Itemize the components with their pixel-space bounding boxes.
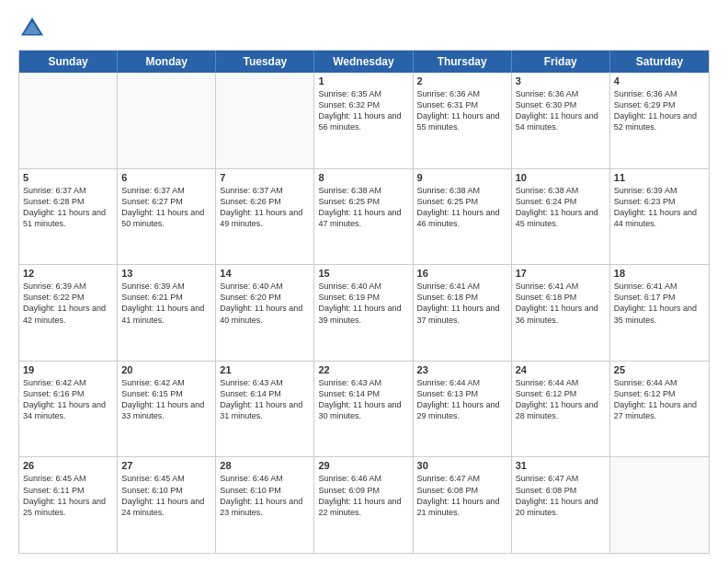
cal-cell-9: 9Sunrise: 6:38 AM Sunset: 6:25 PM Daylig…	[414, 169, 512, 265]
day-number: 8	[318, 172, 408, 183]
cal-row-2: 12Sunrise: 6:39 AM Sunset: 6:22 PM Dayli…	[19, 264, 709, 361]
calendar: SundayMondayTuesdayWednesdayThursdayFrid…	[18, 50, 710, 554]
cal-cell-7: 7Sunrise: 6:37 AM Sunset: 6:26 PM Daylig…	[216, 169, 314, 265]
cal-cell-11: 11Sunrise: 6:39 AM Sunset: 6:23 PM Dayli…	[610, 169, 709, 265]
cal-cell-20: 20Sunrise: 6:42 AM Sunset: 6:15 PM Dayli…	[118, 362, 216, 457]
cal-cell-17: 17Sunrise: 6:41 AM Sunset: 6:18 PM Dayli…	[512, 265, 610, 361]
cal-cell-19: 19Sunrise: 6:42 AM Sunset: 6:16 PM Dayli…	[19, 362, 118, 457]
cell-info: Sunrise: 6:40 AM Sunset: 6:19 PM Dayligh…	[318, 281, 408, 326]
cal-cell-6: 6Sunrise: 6:37 AM Sunset: 6:27 PM Daylig…	[118, 169, 216, 265]
day-number: 20	[121, 364, 211, 375]
cell-info: Sunrise: 6:38 AM Sunset: 6:25 PM Dayligh…	[417, 185, 507, 230]
cell-info: Sunrise: 6:38 AM Sunset: 6:25 PM Dayligh…	[318, 185, 408, 230]
cell-info: Sunrise: 6:45 AM Sunset: 6:10 PM Dayligh…	[121, 473, 211, 518]
cal-cell-5: 5Sunrise: 6:37 AM Sunset: 6:28 PM Daylig…	[19, 169, 118, 265]
cell-info: Sunrise: 6:42 AM Sunset: 6:16 PM Dayligh…	[23, 377, 113, 422]
cal-cell-16: 16Sunrise: 6:41 AM Sunset: 6:18 PM Dayli…	[414, 265, 512, 361]
cal-cell-23: 23Sunrise: 6:44 AM Sunset: 6:13 PM Dayli…	[414, 362, 512, 457]
cell-info: Sunrise: 6:35 AM Sunset: 6:32 PM Dayligh…	[318, 88, 408, 133]
cal-cell-31: 31Sunrise: 6:47 AM Sunset: 6:08 PM Dayli…	[512, 457, 610, 553]
day-number: 10	[516, 172, 606, 183]
cell-info: Sunrise: 6:46 AM Sunset: 6:10 PM Dayligh…	[220, 473, 310, 518]
cal-cell-30: 30Sunrise: 6:47 AM Sunset: 6:08 PM Dayli…	[414, 457, 512, 553]
logo	[18, 15, 50, 42]
day-number: 1	[318, 75, 408, 86]
day-number: 2	[417, 75, 507, 86]
day-number: 23	[417, 364, 507, 375]
day-number: 3	[516, 75, 606, 86]
cell-info: Sunrise: 6:39 AM Sunset: 6:23 PM Dayligh…	[614, 185, 705, 230]
day-number: 28	[220, 460, 310, 471]
day-number: 14	[220, 268, 310, 279]
cell-info: Sunrise: 6:37 AM Sunset: 6:26 PM Dayligh…	[220, 185, 310, 230]
cal-cell-empty-0-2	[216, 73, 314, 168]
calendar-header: SundayMondayTuesdayWednesdayThursdayFrid…	[19, 51, 709, 73]
cal-cell-4: 4Sunrise: 6:36 AM Sunset: 6:29 PM Daylig…	[610, 73, 709, 168]
cell-info: Sunrise: 6:41 AM Sunset: 6:17 PM Dayligh…	[614, 281, 705, 326]
cell-info: Sunrise: 6:44 AM Sunset: 6:13 PM Dayligh…	[417, 377, 507, 422]
cal-cell-21: 21Sunrise: 6:43 AM Sunset: 6:14 PM Dayli…	[216, 362, 314, 457]
cal-cell-8: 8Sunrise: 6:38 AM Sunset: 6:25 PM Daylig…	[314, 169, 413, 265]
cell-info: Sunrise: 6:36 AM Sunset: 6:29 PM Dayligh…	[614, 88, 705, 133]
cal-cell-24: 24Sunrise: 6:44 AM Sunset: 6:12 PM Dayli…	[512, 362, 610, 457]
cal-cell-12: 12Sunrise: 6:39 AM Sunset: 6:22 PM Dayli…	[19, 265, 118, 361]
cell-info: Sunrise: 6:47 AM Sunset: 6:08 PM Dayligh…	[417, 473, 507, 518]
page: SundayMondayTuesdayWednesdayThursdayFrid…	[0, 0, 728, 563]
day-number: 17	[516, 268, 606, 279]
cal-cell-1: 1Sunrise: 6:35 AM Sunset: 6:32 PM Daylig…	[314, 73, 413, 168]
day-number: 27	[121, 460, 211, 471]
header-day-friday: Friday	[512, 51, 610, 73]
cal-cell-22: 22Sunrise: 6:43 AM Sunset: 6:14 PM Dayli…	[314, 362, 413, 457]
cal-cell-29: 29Sunrise: 6:46 AM Sunset: 6:09 PM Dayli…	[314, 457, 413, 553]
cell-info: Sunrise: 6:40 AM Sunset: 6:20 PM Dayligh…	[220, 281, 310, 326]
cell-info: Sunrise: 6:37 AM Sunset: 6:27 PM Dayligh…	[121, 185, 211, 230]
cell-info: Sunrise: 6:42 AM Sunset: 6:15 PM Dayligh…	[121, 377, 211, 422]
cal-cell-2: 2Sunrise: 6:36 AM Sunset: 6:31 PM Daylig…	[414, 73, 512, 168]
day-number: 4	[614, 75, 705, 86]
cell-info: Sunrise: 6:45 AM Sunset: 6:11 PM Dayligh…	[23, 473, 113, 518]
cell-info: Sunrise: 6:44 AM Sunset: 6:12 PM Dayligh…	[614, 377, 705, 422]
logo-icon	[18, 15, 46, 42]
day-number: 24	[516, 364, 606, 375]
cal-cell-empty-4-6	[610, 457, 709, 553]
cal-cell-18: 18Sunrise: 6:41 AM Sunset: 6:17 PM Dayli…	[610, 265, 709, 361]
header-day-sunday: Sunday	[19, 51, 118, 73]
day-number: 18	[614, 268, 705, 279]
cell-info: Sunrise: 6:37 AM Sunset: 6:28 PM Dayligh…	[23, 185, 113, 230]
day-number: 31	[516, 460, 606, 471]
cal-cell-25: 25Sunrise: 6:44 AM Sunset: 6:12 PM Dayli…	[610, 362, 709, 457]
day-number: 12	[23, 268, 113, 279]
cell-info: Sunrise: 6:46 AM Sunset: 6:09 PM Dayligh…	[318, 473, 408, 518]
cell-info: Sunrise: 6:43 AM Sunset: 6:14 PM Dayligh…	[318, 377, 408, 422]
day-number: 13	[121, 268, 211, 279]
cell-info: Sunrise: 6:41 AM Sunset: 6:18 PM Dayligh…	[417, 281, 507, 326]
cal-cell-3: 3Sunrise: 6:36 AM Sunset: 6:30 PM Daylig…	[512, 73, 610, 168]
cal-row-4: 26Sunrise: 6:45 AM Sunset: 6:11 PM Dayli…	[19, 456, 709, 553]
day-number: 7	[220, 172, 310, 183]
cal-cell-empty-0-0	[19, 73, 118, 168]
cal-row-1: 5Sunrise: 6:37 AM Sunset: 6:28 PM Daylig…	[19, 168, 709, 265]
day-number: 11	[614, 172, 705, 183]
cal-row-0: 1Sunrise: 6:35 AM Sunset: 6:32 PM Daylig…	[19, 73, 709, 168]
header-day-monday: Monday	[118, 51, 216, 73]
header-day-thursday: Thursday	[414, 51, 512, 73]
day-number: 6	[121, 172, 211, 183]
cal-cell-15: 15Sunrise: 6:40 AM Sunset: 6:19 PM Dayli…	[314, 265, 413, 361]
calendar-body: 1Sunrise: 6:35 AM Sunset: 6:32 PM Daylig…	[19, 73, 709, 553]
cell-info: Sunrise: 6:36 AM Sunset: 6:30 PM Dayligh…	[516, 88, 606, 133]
day-number: 9	[417, 172, 507, 183]
header-day-saturday: Saturday	[610, 51, 709, 73]
cal-row-3: 19Sunrise: 6:42 AM Sunset: 6:16 PM Dayli…	[19, 361, 709, 457]
cell-info: Sunrise: 6:44 AM Sunset: 6:12 PM Dayligh…	[516, 377, 606, 422]
cal-cell-28: 28Sunrise: 6:46 AM Sunset: 6:10 PM Dayli…	[216, 457, 314, 553]
cell-info: Sunrise: 6:41 AM Sunset: 6:18 PM Dayligh…	[516, 281, 606, 326]
cell-info: Sunrise: 6:39 AM Sunset: 6:22 PM Dayligh…	[23, 281, 113, 326]
day-number: 25	[614, 364, 705, 375]
cal-cell-26: 26Sunrise: 6:45 AM Sunset: 6:11 PM Dayli…	[19, 457, 118, 553]
cell-info: Sunrise: 6:36 AM Sunset: 6:31 PM Dayligh…	[417, 88, 507, 133]
cell-info: Sunrise: 6:43 AM Sunset: 6:14 PM Dayligh…	[220, 377, 310, 422]
cal-cell-27: 27Sunrise: 6:45 AM Sunset: 6:10 PM Dayli…	[118, 457, 216, 553]
day-number: 21	[220, 364, 310, 375]
cell-info: Sunrise: 6:47 AM Sunset: 6:08 PM Dayligh…	[516, 473, 606, 518]
cell-info: Sunrise: 6:38 AM Sunset: 6:24 PM Dayligh…	[516, 185, 606, 230]
